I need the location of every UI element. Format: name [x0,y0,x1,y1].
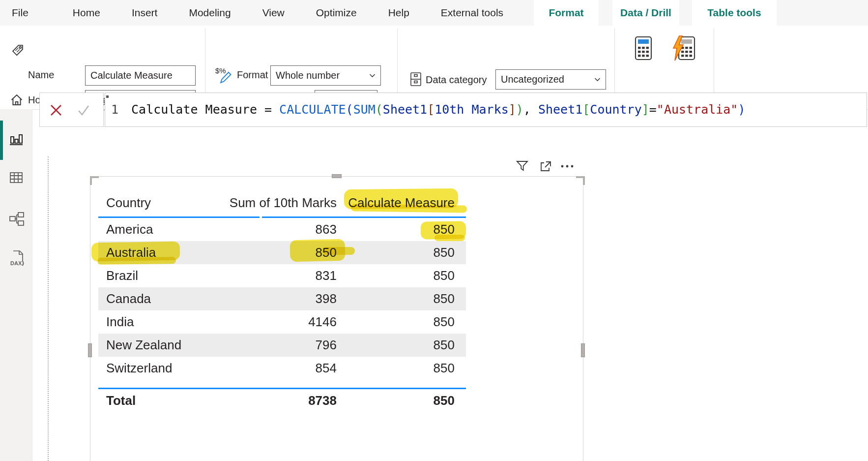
formula-code: Calculate Measure = CALCULATE(SUM(Sheet1… [131,102,745,117]
resize-handle-top[interactable] [332,174,342,178]
tab-format[interactable]: Format [534,0,599,26]
dax-query-view-icon[interactable]: DAX [9,250,24,265]
menu-help[interactable]: Help [388,7,409,19]
tab-table-tools[interactable]: Table tools [692,0,777,26]
total-calc: 850 [98,389,455,412]
format-label: Format [237,69,268,81]
chevron-down-icon [369,73,376,78]
table-row[interactable]: New Zealand 796 850 [98,334,466,357]
measure-name-input[interactable]: Calculate Measure [85,65,196,86]
table-total-row: Total 8738 850 [98,389,466,412]
menu-home[interactable]: Home [73,7,100,19]
page-boundary [48,156,49,461]
quick-measure-icon[interactable] [671,35,697,61]
measure-name-value: Calculate Measure [90,70,173,81]
model-view-icon[interactable] [9,212,24,226]
menu-external-tools[interactable]: External tools [441,7,503,19]
cell-calc: 850 [98,287,455,310]
name-label: Name [28,69,54,81]
new-measure-icon[interactable] [633,35,654,61]
view-switcher-sidebar: DAX [0,109,32,461]
cancel-formula-icon[interactable] [50,104,62,117]
chevron-down-icon [594,77,601,82]
format-value: Whole number [276,70,340,81]
editor-grip [106,95,109,98]
data-category-dropdown[interactable]: Uncategorized [495,69,606,90]
tag-icon [11,43,25,57]
menu-file[interactable]: File [12,7,29,19]
menu-bar: File Home Insert Modeling View Optimize … [0,0,868,26]
data-category-label: Data category [426,74,487,86]
svg-text:DAX: DAX [10,260,22,266]
menu-optimize[interactable]: Optimize [316,7,357,19]
dax-formula-editor[interactable]: 1Calculate Measure = CALCULATE(SUM(Sheet… [105,92,867,127]
resize-handle-right[interactable] [581,343,585,357]
data-view-icon[interactable] [9,170,24,185]
table-header-row: Country Sum of 10th Marks Calculate Meas… [98,185,466,216]
resize-handle-top-left[interactable] [90,176,99,185]
table-visual[interactable]: Country Sum of 10th Marks Calculate Meas… [98,185,466,412]
resize-handle-top-right[interactable] [576,176,585,185]
format-dropdown[interactable]: Whole number [270,65,381,86]
menu-view[interactable]: View [262,7,285,19]
formula-action-buttons [39,92,104,127]
table-row[interactable]: Australia 850 850 [98,241,466,264]
cell-calc: 850 [98,357,455,380]
line-number: 1 [111,102,118,117]
cell-calc: 850 [98,264,455,287]
menu-insert[interactable]: Insert [132,7,158,19]
table-row[interactable]: India 4146 850 [98,310,466,334]
cell-calc: 850 [98,218,455,241]
column-header-calc[interactable]: Calculate Measure [98,185,455,220]
cell-calc: 850 [98,334,455,357]
table-row[interactable]: Brazil 831 850 [98,264,466,287]
svg-text:$%: $% [215,66,226,75]
focus-mode-icon[interactable] [540,160,552,172]
data-category-value: Uncategorized [501,74,564,85]
format-icon: $% [215,66,232,85]
table-row[interactable]: Switzerland 854 850 [98,357,466,380]
active-view-indicator [0,121,3,160]
visual-frame-left [90,176,90,461]
spacer [98,380,466,388]
powerbi-desktop-window: File Home Insert Modeling View Optimize … [0,0,868,461]
cell-calc: 850 [98,310,455,334]
commit-formula-icon[interactable] [77,104,90,117]
table-row[interactable]: Canada 398 850 [98,287,466,310]
visual-frame-right [583,176,583,461]
table-row[interactable]: America 863 850 [98,218,466,241]
more-options-icon[interactable] [560,164,575,168]
cell-calc: 850 [98,241,455,264]
filter-icon[interactable] [516,160,528,172]
home-icon [10,93,24,107]
menu-modeling[interactable]: Modeling [189,7,231,19]
report-view-icon[interactable] [9,132,24,147]
resize-handle-left[interactable] [88,343,92,357]
tab-data-drill[interactable]: Data / Drill [612,0,679,26]
data-category-icon [409,72,422,87]
